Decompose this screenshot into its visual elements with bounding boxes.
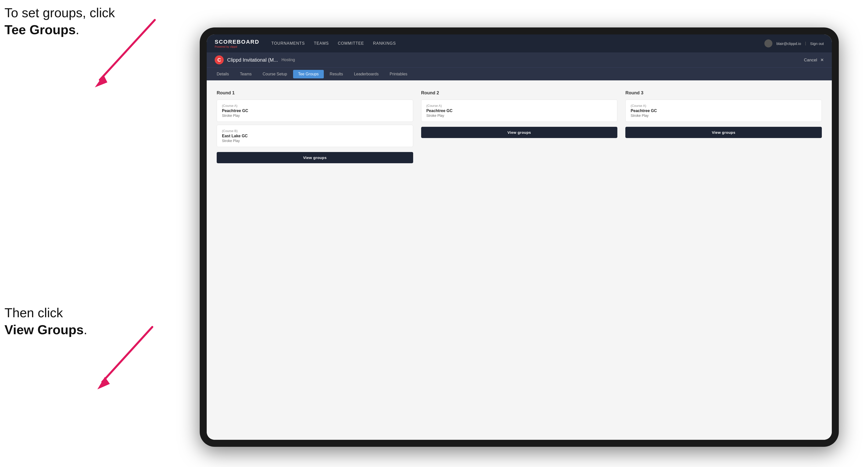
arrow-to-view-groups <box>82 322 162 392</box>
round-1-view-groups-button[interactable]: View groups <box>217 152 413 163</box>
instruction-bottom: Then click View Groups. <box>4 305 87 338</box>
nav-user-email: blair@clippd.io <box>776 41 801 46</box>
tournament-hosting-label: Hosting <box>281 58 295 62</box>
round-3-course-a-label: (Course A) <box>630 104 816 107</box>
nav-right: blair@clippd.io | Sign out <box>765 39 824 48</box>
instruction-view-groups: View Groups <box>4 322 84 337</box>
tablet-screen: SCOREBOARD Powered by clippd TOURNAMENTS… <box>207 34 832 440</box>
nav-link-committee[interactable]: COMMITTEE <box>338 41 364 46</box>
nav-links: TOURNAMENTS TEAMS COMMITTEE RANKINGS <box>271 41 765 46</box>
round-1-course-a-name: Peachtree GC <box>222 108 408 113</box>
sign-out-link[interactable]: Sign out <box>810 41 824 46</box>
round-2-title: Round 2 <box>421 90 618 96</box>
nav-logo-sub: Powered by clippd <box>215 45 259 48</box>
nav-bar: SCOREBOARD Powered by clippd TOURNAMENTS… <box>207 34 832 53</box>
round-2-view-groups-button[interactable]: View groups <box>421 127 618 138</box>
instruction-period1: . <box>75 23 79 37</box>
tab-details[interactable]: Details <box>212 70 234 79</box>
instruction-line1: To set groups, click <box>4 5 115 20</box>
svg-line-2 <box>102 327 152 382</box>
tab-leaderboards[interactable]: Leaderboards <box>349 70 384 79</box>
instruction-top: To set groups, click Tee Groups. <box>4 4 115 38</box>
round-1-column: Round 1 (Course A) Peachtree GC Stroke P… <box>217 90 413 163</box>
round-3-column: Round 3 (Course A) Peachtree GC Stroke P… <box>625 90 822 163</box>
round-2-course-a-card: (Course A) Peachtree GC Stroke Play <box>421 100 618 122</box>
round-1-course-a-label: (Course A) <box>222 104 408 107</box>
nav-separator: | <box>805 41 806 46</box>
tournament-name: Clippd Invitational (M... <box>227 57 278 63</box>
main-content: Round 1 (Course A) Peachtree GC Stroke P… <box>207 81 832 440</box>
tablet-device: SCOREBOARD Powered by clippd TOURNAMENTS… <box>200 27 839 447</box>
tab-printables[interactable]: Printables <box>385 70 412 79</box>
instruction-period2: . <box>84 322 87 337</box>
cancel-button[interactable]: Cancel ✕ <box>804 58 824 62</box>
tab-course-setup[interactable]: Course Setup <box>258 70 292 79</box>
svg-marker-1 <box>95 75 107 87</box>
nav-link-tournaments[interactable]: TOURNAMENTS <box>271 41 305 46</box>
round-1-title: Round 1 <box>217 90 413 96</box>
round-2-course-a-label: (Course A) <box>426 104 612 107</box>
round-1-course-b-format: Stroke Play <box>222 139 408 143</box>
round-3-view-groups-button[interactable]: View groups <box>625 127 822 138</box>
round-1-course-a-format: Stroke Play <box>222 114 408 118</box>
round-3-title: Round 3 <box>625 90 822 96</box>
tournament-name-row: C Clippd Invitational (M... Hosting <box>215 55 295 64</box>
nav-logo: SCOREBOARD Powered by clippd <box>215 39 259 48</box>
cancel-area: Cancel ✕ <box>804 57 824 63</box>
round-1-course-a-card: (Course A) Peachtree GC Stroke Play <box>217 100 413 122</box>
round-3-course-a-name: Peachtree GC <box>630 108 816 113</box>
round-1-course-b-card: (Course B) East Lake GC Stroke Play <box>217 125 413 147</box>
round-1-course-b-name: East Lake GC <box>222 134 408 138</box>
tournament-logo: C <box>215 55 224 64</box>
rounds-container: Round 1 (Course A) Peachtree GC Stroke P… <box>217 90 822 163</box>
nav-link-rankings[interactable]: RANKINGS <box>373 41 396 46</box>
round-1-course-b-label: (Course B) <box>222 129 408 133</box>
round-2-column: Round 2 (Course A) Peachtree GC Stroke P… <box>421 90 618 163</box>
nav-link-teams[interactable]: TEAMS <box>314 41 329 46</box>
tab-teams[interactable]: Teams <box>235 70 257 79</box>
sub-header: C Clippd Invitational (M... Hosting Canc… <box>207 53 832 67</box>
round-2-course-a-format: Stroke Play <box>426 114 612 118</box>
svg-marker-3 <box>97 377 110 390</box>
avatar <box>765 39 772 48</box>
round-2-course-a-name: Peachtree GC <box>426 108 612 113</box>
round-3-course-a-format: Stroke Play <box>630 114 816 118</box>
instruction-line3: Then click <box>4 306 63 320</box>
tab-results[interactable]: Results <box>325 70 348 79</box>
nav-logo-title: SCOREBOARD <box>215 39 259 45</box>
instruction-tee-groups: Tee Groups <box>4 23 75 37</box>
tab-tee-groups[interactable]: Tee Groups <box>293 70 324 79</box>
tab-bar: Details Teams Course Setup Tee Groups Re… <box>207 67 832 81</box>
round-3-course-a-card: (Course A) Peachtree GC Stroke Play <box>625 100 822 122</box>
